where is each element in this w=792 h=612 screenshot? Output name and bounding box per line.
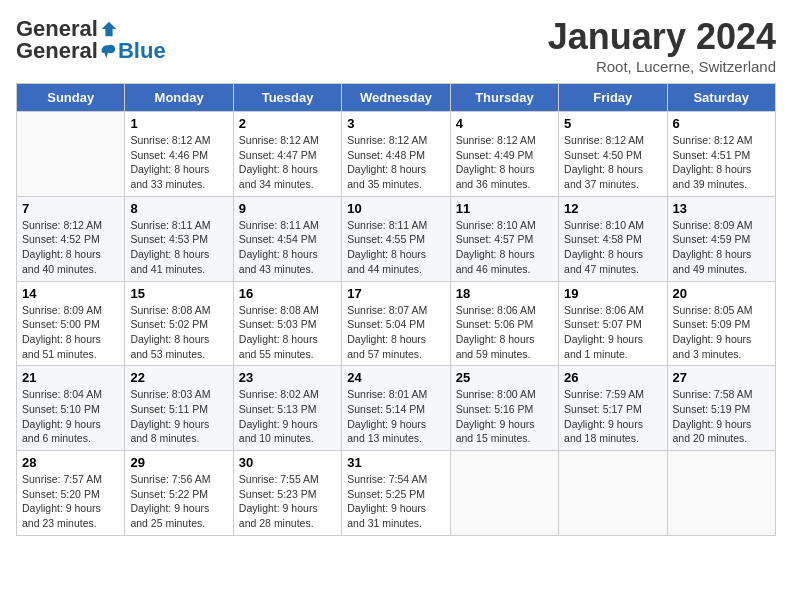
calendar-day-cell: 15 Sunrise: 8:08 AMSunset: 5:02 PMDaylig… xyxy=(125,281,233,366)
day-info: Sunrise: 8:12 AMSunset: 4:51 PMDaylight:… xyxy=(673,133,770,192)
day-info: Sunrise: 8:11 AMSunset: 4:55 PMDaylight:… xyxy=(347,218,444,277)
day-info: Sunrise: 7:59 AMSunset: 5:17 PMDaylight:… xyxy=(564,387,661,446)
svg-marker-0 xyxy=(102,22,116,36)
day-info: Sunrise: 8:12 AMSunset: 4:50 PMDaylight:… xyxy=(564,133,661,192)
calendar-day-cell: 21 Sunrise: 8:04 AMSunset: 5:10 PMDaylig… xyxy=(17,366,125,451)
calendar-day-cell xyxy=(667,451,775,536)
calendar-day-cell: 12 Sunrise: 8:10 AMSunset: 4:58 PMDaylig… xyxy=(559,196,667,281)
day-number: 25 xyxy=(456,370,553,385)
page-header: General General Blue January 2024 Root, … xyxy=(16,16,776,75)
day-info: Sunrise: 8:12 AMSunset: 4:47 PMDaylight:… xyxy=(239,133,336,192)
day-info: Sunrise: 8:12 AMSunset: 4:52 PMDaylight:… xyxy=(22,218,119,277)
day-info: Sunrise: 8:06 AMSunset: 5:06 PMDaylight:… xyxy=(456,303,553,362)
logo-icon xyxy=(100,20,118,38)
day-number: 14 xyxy=(22,286,119,301)
day-number: 9 xyxy=(239,201,336,216)
calendar-day-cell: 8 Sunrise: 8:11 AMSunset: 4:53 PMDayligh… xyxy=(125,196,233,281)
day-number: 6 xyxy=(673,116,770,131)
day-number: 19 xyxy=(564,286,661,301)
day-info: Sunrise: 8:03 AMSunset: 5:11 PMDaylight:… xyxy=(130,387,227,446)
day-number: 31 xyxy=(347,455,444,470)
calendar-day-cell: 13 Sunrise: 8:09 AMSunset: 4:59 PMDaylig… xyxy=(667,196,775,281)
calendar-week-row: 1 Sunrise: 8:12 AMSunset: 4:46 PMDayligh… xyxy=(17,112,776,197)
calendar-subtitle: Root, Lucerne, Switzerland xyxy=(548,58,776,75)
day-info: Sunrise: 8:09 AMSunset: 5:00 PMDaylight:… xyxy=(22,303,119,362)
day-number: 27 xyxy=(673,370,770,385)
calendar-day-cell: 20 Sunrise: 8:05 AMSunset: 5:09 PMDaylig… xyxy=(667,281,775,366)
calendar-week-row: 21 Sunrise: 8:04 AMSunset: 5:10 PMDaylig… xyxy=(17,366,776,451)
day-number: 23 xyxy=(239,370,336,385)
day-info: Sunrise: 8:08 AMSunset: 5:03 PMDaylight:… xyxy=(239,303,336,362)
day-number: 16 xyxy=(239,286,336,301)
day-number: 12 xyxy=(564,201,661,216)
day-info: Sunrise: 8:00 AMSunset: 5:16 PMDaylight:… xyxy=(456,387,553,446)
calendar-title: January 2024 xyxy=(548,16,776,58)
day-info: Sunrise: 8:11 AMSunset: 4:54 PMDaylight:… xyxy=(239,218,336,277)
day-info: Sunrise: 8:12 AMSunset: 4:48 PMDaylight:… xyxy=(347,133,444,192)
day-info: Sunrise: 7:54 AMSunset: 5:25 PMDaylight:… xyxy=(347,472,444,531)
calendar-day-cell: 31 Sunrise: 7:54 AMSunset: 5:25 PMDaylig… xyxy=(342,451,450,536)
calendar-week-row: 14 Sunrise: 8:09 AMSunset: 5:00 PMDaylig… xyxy=(17,281,776,366)
day-number: 24 xyxy=(347,370,444,385)
day-info: Sunrise: 7:57 AMSunset: 5:20 PMDaylight:… xyxy=(22,472,119,531)
day-info: Sunrise: 8:12 AMSunset: 4:49 PMDaylight:… xyxy=(456,133,553,192)
calendar-day-cell: 17 Sunrise: 8:07 AMSunset: 5:04 PMDaylig… xyxy=(342,281,450,366)
calendar-day-cell: 19 Sunrise: 8:06 AMSunset: 5:07 PMDaylig… xyxy=(559,281,667,366)
calendar-day-cell: 1 Sunrise: 8:12 AMSunset: 4:46 PMDayligh… xyxy=(125,112,233,197)
calendar-day-cell: 16 Sunrise: 8:08 AMSunset: 5:03 PMDaylig… xyxy=(233,281,341,366)
calendar-day-cell: 26 Sunrise: 7:59 AMSunset: 5:17 PMDaylig… xyxy=(559,366,667,451)
day-number: 7 xyxy=(22,201,119,216)
calendar-day-cell xyxy=(450,451,558,536)
calendar-day-cell: 9 Sunrise: 8:11 AMSunset: 4:54 PMDayligh… xyxy=(233,196,341,281)
day-info: Sunrise: 8:10 AMSunset: 4:57 PMDaylight:… xyxy=(456,218,553,277)
day-number: 28 xyxy=(22,455,119,470)
day-info: Sunrise: 7:58 AMSunset: 5:19 PMDaylight:… xyxy=(673,387,770,446)
day-info: Sunrise: 8:11 AMSunset: 4:53 PMDaylight:… xyxy=(130,218,227,277)
day-info: Sunrise: 7:55 AMSunset: 5:23 PMDaylight:… xyxy=(239,472,336,531)
day-info: Sunrise: 7:56 AMSunset: 5:22 PMDaylight:… xyxy=(130,472,227,531)
calendar-day-cell: 4 Sunrise: 8:12 AMSunset: 4:49 PMDayligh… xyxy=(450,112,558,197)
day-number: 11 xyxy=(456,201,553,216)
day-info: Sunrise: 8:09 AMSunset: 4:59 PMDaylight:… xyxy=(673,218,770,277)
day-number: 10 xyxy=(347,201,444,216)
day-info: Sunrise: 8:05 AMSunset: 5:09 PMDaylight:… xyxy=(673,303,770,362)
calendar-day-cell: 6 Sunrise: 8:12 AMSunset: 4:51 PMDayligh… xyxy=(667,112,775,197)
day-info: Sunrise: 8:08 AMSunset: 5:02 PMDaylight:… xyxy=(130,303,227,362)
calendar-day-cell: 5 Sunrise: 8:12 AMSunset: 4:50 PMDayligh… xyxy=(559,112,667,197)
day-number: 26 xyxy=(564,370,661,385)
day-number: 15 xyxy=(130,286,227,301)
calendar-day-cell: 14 Sunrise: 8:09 AMSunset: 5:00 PMDaylig… xyxy=(17,281,125,366)
day-info: Sunrise: 8:12 AMSunset: 4:46 PMDaylight:… xyxy=(130,133,227,192)
calendar-day-cell: 24 Sunrise: 8:01 AMSunset: 5:14 PMDaylig… xyxy=(342,366,450,451)
col-tuesday: Tuesday xyxy=(233,84,341,112)
day-info: Sunrise: 8:10 AMSunset: 4:58 PMDaylight:… xyxy=(564,218,661,277)
title-block: January 2024 Root, Lucerne, Switzerland xyxy=(548,16,776,75)
calendar-day-cell xyxy=(17,112,125,197)
day-info: Sunrise: 8:07 AMSunset: 5:04 PMDaylight:… xyxy=(347,303,444,362)
logo-blue-text: Blue xyxy=(118,38,166,64)
calendar-day-cell: 11 Sunrise: 8:10 AMSunset: 4:57 PMDaylig… xyxy=(450,196,558,281)
calendar-day-cell: 29 Sunrise: 7:56 AMSunset: 5:22 PMDaylig… xyxy=(125,451,233,536)
calendar-day-cell: 22 Sunrise: 8:03 AMSunset: 5:11 PMDaylig… xyxy=(125,366,233,451)
day-number: 1 xyxy=(130,116,227,131)
logo-bird-icon xyxy=(99,42,117,60)
day-number: 21 xyxy=(22,370,119,385)
col-thursday: Thursday xyxy=(450,84,558,112)
col-monday: Monday xyxy=(125,84,233,112)
calendar-day-cell: 10 Sunrise: 8:11 AMSunset: 4:55 PMDaylig… xyxy=(342,196,450,281)
logo: General General Blue xyxy=(16,16,166,64)
day-number: 2 xyxy=(239,116,336,131)
calendar-day-cell: 7 Sunrise: 8:12 AMSunset: 4:52 PMDayligh… xyxy=(17,196,125,281)
calendar-day-cell: 30 Sunrise: 7:55 AMSunset: 5:23 PMDaylig… xyxy=(233,451,341,536)
col-sunday: Sunday xyxy=(17,84,125,112)
day-number: 29 xyxy=(130,455,227,470)
day-number: 22 xyxy=(130,370,227,385)
day-info: Sunrise: 8:01 AMSunset: 5:14 PMDaylight:… xyxy=(347,387,444,446)
day-number: 4 xyxy=(456,116,553,131)
day-number: 5 xyxy=(564,116,661,131)
day-info: Sunrise: 8:04 AMSunset: 5:10 PMDaylight:… xyxy=(22,387,119,446)
calendar-day-cell: 3 Sunrise: 8:12 AMSunset: 4:48 PMDayligh… xyxy=(342,112,450,197)
calendar-day-cell xyxy=(559,451,667,536)
day-number: 30 xyxy=(239,455,336,470)
day-number: 18 xyxy=(456,286,553,301)
